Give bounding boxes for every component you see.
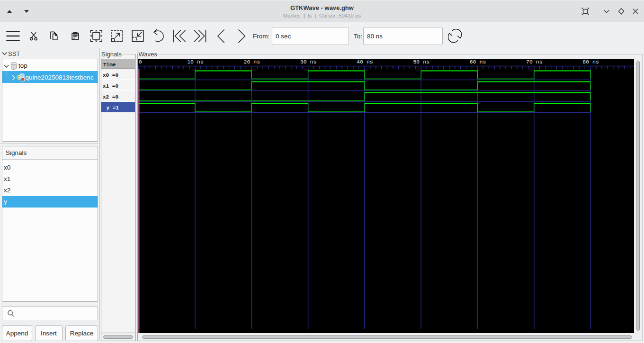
- svg-text:50: 50: [413, 59, 420, 65]
- svg-text:ns: ns: [367, 59, 373, 65]
- svg-text:ns: ns: [592, 59, 599, 65]
- svg-text:ns: ns: [253, 59, 260, 65]
- svg-text:70: 70: [526, 59, 533, 65]
- svg-text:ns: ns: [310, 59, 317, 65]
- svg-text:ns: ns: [423, 59, 429, 65]
- svg-text:80: 80: [582, 59, 589, 65]
- svg-text:30: 30: [300, 59, 307, 65]
- svg-text:40: 40: [357, 59, 363, 65]
- svg-text:ns: ns: [480, 59, 486, 65]
- svg-text:60: 60: [470, 59, 476, 65]
- svg-text:ns: ns: [536, 59, 543, 65]
- svg-text:ns: ns: [197, 59, 204, 65]
- svg-text:10: 10: [187, 59, 194, 65]
- svg-text:0: 0: [139, 59, 142, 65]
- svg-text:20: 20: [243, 59, 250, 65]
